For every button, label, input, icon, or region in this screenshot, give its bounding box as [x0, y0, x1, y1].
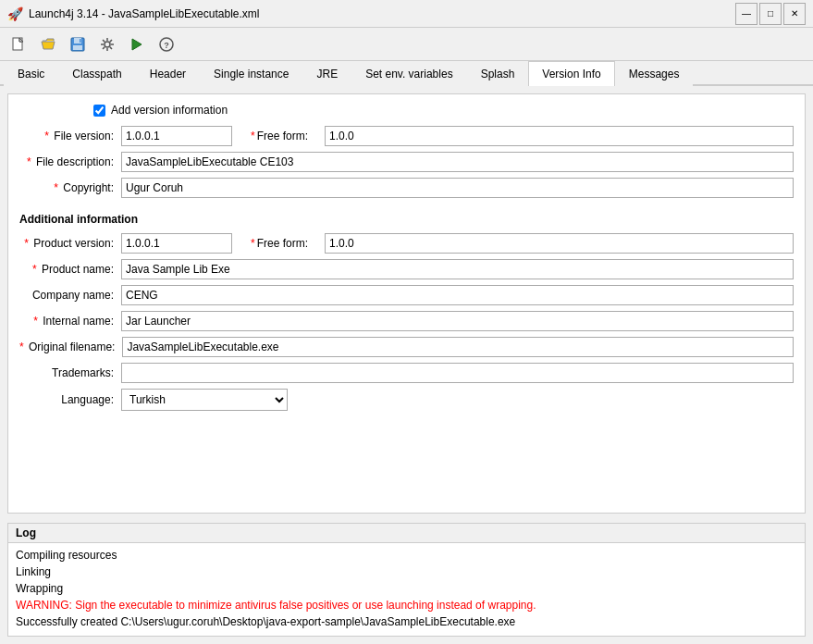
log-line-3: Wrapping [16, 580, 797, 597]
original-filename-row: * Original filename: [19, 337, 794, 357]
original-filename-input[interactable] [122, 337, 794, 357]
new-button[interactable] [6, 31, 31, 57]
log-line-1: Compiling resources [16, 547, 797, 564]
svg-marker-7 [132, 39, 142, 50]
tab-version-info[interactable]: Version Info [528, 61, 614, 86]
title-bar-left: 🚀 Launch4j 3.14 - JavaSampleLibExecutabl… [7, 6, 259, 21]
run-button[interactable] [124, 31, 150, 57]
log-line-2: Linking [16, 564, 797, 580]
language-row: Language: Turkish English French German … [19, 389, 794, 411]
add-version-info-label[interactable]: Add version information [111, 104, 228, 117]
internal-name-label: * Internal name: [19, 315, 121, 328]
tab-jre[interactable]: JRE [302, 61, 351, 86]
free-form-1-input[interactable] [325, 126, 794, 146]
add-version-info-checkbox[interactable] [93, 105, 105, 117]
app-window: 🚀 Launch4j 3.14 - JavaSampleLibExecutabl… [0, 0, 813, 644]
file-description-row: * File description: [19, 152, 794, 172]
file-version-row: * File version: * Free form: [19, 126, 794, 146]
svg-point-6 [105, 42, 110, 47]
version-info-panel: Add version information * File version: … [7, 93, 806, 514]
open-icon [41, 37, 55, 52]
file-version-required: * [44, 130, 49, 142]
company-name-row: Company name: [19, 285, 794, 305]
maximize-button[interactable]: □ [759, 3, 782, 25]
file-version-label: * File version: [19, 130, 121, 142]
product-name-row: * Product name: [19, 259, 794, 279]
run-icon [129, 37, 144, 52]
close-button[interactable]: ✕ [783, 3, 806, 25]
file-version-input[interactable] [121, 126, 232, 146]
minimize-button[interactable]: — [735, 3, 758, 25]
config-button[interactable] [94, 31, 120, 57]
add-version-info-row: Add version information [19, 104, 794, 117]
trademarks-input[interactable] [121, 363, 794, 383]
new-icon [11, 37, 26, 52]
additional-info-header: Additional information [19, 213, 794, 226]
language-select[interactable]: Turkish English French German Spanish [121, 389, 288, 411]
copyright-input[interactable] [121, 178, 794, 198]
title-bar: 🚀 Launch4j 3.14 - JavaSampleLibExecutabl… [0, 0, 813, 28]
tab-splash[interactable]: Splash [467, 61, 529, 86]
product-version-label: * Product version: [19, 237, 121, 250]
log-line-4: WARNING: Sign the executable to minimize… [16, 597, 797, 613]
product-version-row: * Product version: * Free form: [19, 233, 794, 254]
svg-rect-5 [80, 39, 81, 43]
tab-single-instance[interactable]: Single instance [200, 61, 302, 86]
help-icon: ? [159, 37, 174, 52]
help-button[interactable]: ? [154, 31, 179, 57]
tab-messages[interactable]: Messages [615, 61, 694, 86]
tab-header[interactable]: Header [136, 61, 200, 86]
internal-name-row: * Internal name: [19, 311, 794, 331]
original-filename-label: * Original filename: [19, 341, 122, 353]
copyright-label: * Copyright: [19, 181, 121, 194]
product-name-input[interactable] [121, 259, 794, 279]
window-title: Launch4j 3.14 - JavaSampleLibExecutable.… [29, 7, 259, 20]
log-body[interactable]: Compiling resources Linking Wrapping WAR… [8, 543, 805, 636]
tab-basic[interactable]: Basic [4, 61, 58, 86]
free-form-1-required: * [251, 130, 255, 142]
log-line-5: Successfully created C:\Users\ugur.coruh… [16, 613, 797, 630]
open-button[interactable] [35, 31, 61, 57]
file-description-input[interactable] [121, 152, 794, 172]
company-name-input[interactable] [121, 285, 794, 305]
internal-name-input[interactable] [121, 311, 794, 331]
trademarks-label: Trademarks: [19, 366, 121, 379]
tab-classpath[interactable]: Classpath [58, 61, 135, 86]
company-name-label: Company name: [19, 289, 121, 302]
file-description-label: * File description: [19, 155, 121, 168]
svg-text:?: ? [164, 41, 169, 50]
free-form-2-input[interactable] [325, 233, 794, 254]
tabs-bar: Basic Classpath Header Single instance J… [0, 61, 813, 86]
trademarks-row: Trademarks: [19, 363, 794, 383]
content-area: Add version information * File version: … [0, 86, 813, 644]
tab-set-env[interactable]: Set env. variables [351, 61, 467, 86]
title-bar-controls: — □ ✕ [735, 3, 806, 25]
svg-rect-4 [73, 45, 82, 50]
toolbar: ? [0, 28, 813, 61]
copyright-row: * Copyright: [19, 178, 794, 198]
app-icon: 🚀 [7, 6, 23, 21]
log-section: Log Compiling resources Linking Wrapping… [7, 523, 806, 637]
product-name-label: * Product name: [19, 263, 121, 276]
language-label: Language: [19, 393, 121, 406]
config-icon [100, 37, 115, 52]
save-icon [70, 37, 85, 52]
save-button[interactable] [65, 31, 91, 57]
product-version-input[interactable] [121, 233, 232, 254]
log-header: Log [8, 524, 805, 543]
